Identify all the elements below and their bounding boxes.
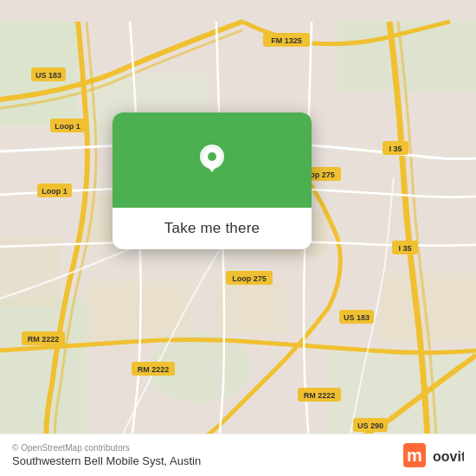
svg-text:US 183: US 183 [35, 71, 61, 80]
moovit-logo-svg: m oovit [403, 443, 464, 467]
bottom-bar: © OpenStreetMap contributors Southwester… [0, 434, 476, 476]
svg-rect-12 [0, 238, 61, 307]
location-pin-icon [193, 141, 231, 179]
map-container: FM 1325 US 183 Loop 1 Loop 1 Loop 275 I … [0, 0, 476, 476]
svg-text:I 35: I 35 [389, 145, 402, 153]
svg-rect-10 [87, 281, 190, 342]
svg-point-41 [208, 152, 216, 161]
svg-text:US 183: US 183 [344, 313, 370, 322]
card-button-section: Take me there [113, 208, 312, 249]
location-card: Take me there [113, 113, 312, 249]
svg-text:FM 1325: FM 1325 [271, 36, 302, 45]
svg-rect-11 [216, 281, 286, 333]
svg-rect-3 [0, 299, 87, 454]
attribution-text: © OpenStreetMap contributors [12, 443, 201, 453]
card-map-header [113, 113, 312, 208]
location-name-text: Southwestern Bell Mobile Syst, Austin [12, 454, 201, 467]
svg-text:Loop 275: Loop 275 [232, 274, 267, 283]
svg-text:I 35: I 35 [398, 244, 411, 253]
svg-text:RM 2222: RM 2222 [304, 391, 336, 400]
svg-text:m: m [407, 446, 422, 465]
svg-text:Loop 1: Loop 1 [42, 187, 68, 196]
take-me-there-button[interactable]: Take me there [164, 220, 260, 237]
svg-text:Loop 1: Loop 1 [55, 122, 80, 131]
svg-text:RM 2222: RM 2222 [138, 365, 170, 374]
bottom-left-info: © OpenStreetMap contributors Southwester… [12, 443, 201, 467]
svg-text:US 290: US 290 [357, 421, 383, 430]
svg-text:RM 2222: RM 2222 [28, 335, 60, 344]
svg-text:oovit: oovit [433, 449, 464, 464]
moovit-logo: m oovit [403, 443, 464, 467]
